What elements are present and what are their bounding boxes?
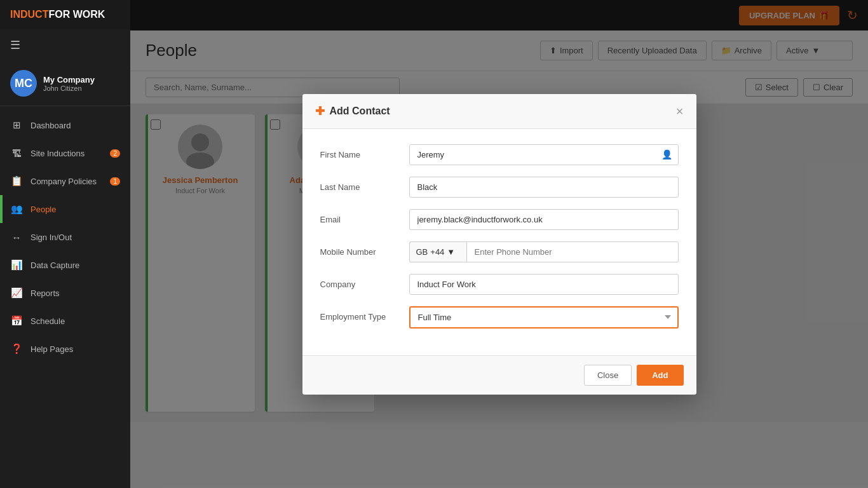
- phone-number-input[interactable]: [466, 241, 679, 262]
- mobile-row: Mobile Number GB +44 ▼: [320, 241, 679, 262]
- employment-row: Employment Type Full Time Part Time Cont…: [320, 306, 679, 329]
- site-inductions-icon: 🏗: [10, 147, 23, 159]
- sidebar-item-schedule[interactable]: 📅 Schedule: [0, 307, 130, 335]
- first-name-wrapper: 👤: [409, 144, 679, 165]
- sidebar-nav: ⊞ Dashboard 🏗 Site Inductions 2 📋 Compan…: [0, 106, 130, 488]
- reports-icon: 📈: [10, 287, 23, 299]
- mobile-label: Mobile Number: [320, 241, 409, 257]
- email-input[interactable]: [409, 209, 679, 230]
- active-indicator: [0, 195, 3, 223]
- menu-toggle[interactable]: ☰: [0, 29, 130, 61]
- dashboard-icon: ⊞: [10, 119, 23, 132]
- phone-prefix-dropdown[interactable]: GB +44 ▼: [409, 241, 466, 262]
- sidebar-item-label: Sign In/Out: [31, 233, 72, 242]
- employment-label: Employment Type: [320, 306, 409, 322]
- first-name-label: First Name: [320, 144, 409, 159]
- phone-country: GB: [416, 247, 428, 257]
- sidebar-item-dashboard[interactable]: ⊞ Dashboard: [0, 111, 130, 139]
- profile-company: My Company: [43, 75, 95, 85]
- email-row: Email: [320, 209, 679, 230]
- sidebar-item-label: Help Pages: [31, 344, 73, 354]
- sidebar-item-reports[interactable]: 📈 Reports: [0, 279, 130, 307]
- sidebar-item-label: Site Inductions: [31, 149, 85, 158]
- chevron-down-icon: ▼: [447, 247, 455, 257]
- sidebar-item-people[interactable]: 👥 People: [0, 195, 130, 223]
- logo: INDUCTFOR WORK: [0, 0, 130, 29]
- close-modal-button[interactable]: Close: [584, 365, 632, 386]
- phone-group: GB +44 ▼: [409, 241, 679, 262]
- main-content: UPGRADE PLAN 🎁 ↻ People ⬆ Import Recentl…: [130, 0, 868, 488]
- profile-info: My Company John Citizen: [43, 75, 95, 92]
- company-policies-icon: 📋: [10, 175, 23, 187]
- site-inductions-badge: 2: [110, 149, 120, 158]
- people-icon: 👥: [10, 203, 23, 215]
- schedule-icon: 📅: [10, 315, 23, 327]
- modal-overlay: ✚ Add Contact × First Name 👤 Last Name: [130, 0, 868, 488]
- sidebar-item-data-capture[interactable]: 📊 Data Capture: [0, 251, 130, 279]
- sidebar-item-label: Schedule: [31, 316, 65, 326]
- sign-in-out-icon: ↔: [10, 231, 23, 243]
- sidebar-item-help-pages[interactable]: ❓ Help Pages: [0, 335, 130, 363]
- sidebar-item-label: Company Policies: [31, 177, 97, 186]
- modal-body: First Name 👤 Last Name Email: [302, 129, 696, 355]
- logo-text: INDUCTFOR WORK: [10, 9, 105, 20]
- first-name-row: First Name 👤: [320, 144, 679, 165]
- contact-icon: 👤: [661, 149, 672, 159]
- company-row: Company: [320, 274, 679, 295]
- company-input[interactable]: [409, 274, 679, 295]
- modal-header: ✚ Add Contact ×: [302, 94, 696, 129]
- last-name-label: Last Name: [320, 177, 409, 192]
- plus-icon: ✚: [315, 104, 325, 118]
- sidebar-item-site-inductions[interactable]: 🏗 Site Inductions 2: [0, 139, 130, 167]
- modal-title: ✚ Add Contact: [315, 104, 390, 118]
- data-capture-icon: 📊: [10, 259, 23, 271]
- last-name-row: Last Name: [320, 177, 679, 198]
- help-icon: ❓: [10, 342, 23, 355]
- sidebar-item-sign-in-out[interactable]: ↔ Sign In/Out: [0, 223, 130, 251]
- email-label: Email: [320, 209, 409, 224]
- company-policies-badge: 1: [110, 177, 120, 186]
- company-label: Company: [320, 274, 409, 289]
- sidebar-item-label: People: [31, 205, 56, 214]
- add-contact-button[interactable]: Add: [637, 365, 683, 386]
- modal-close-button[interactable]: ×: [676, 105, 684, 118]
- last-name-input[interactable]: [409, 177, 679, 198]
- sidebar: INDUCTFOR WORK ☰ MC My Company John Citi…: [0, 0, 130, 488]
- sidebar-item-label: Dashboard: [31, 121, 71, 130]
- add-contact-modal: ✚ Add Contact × First Name 👤 Last Name: [302, 94, 696, 395]
- employment-select[interactable]: Full Time Part Time Contractor Volunteer: [409, 306, 679, 329]
- sidebar-item-label: Reports: [31, 288, 60, 298]
- avatar: MC: [10, 70, 37, 97]
- first-name-input[interactable]: [409, 144, 679, 165]
- phone-code: +44: [430, 247, 444, 257]
- sidebar-item-company-policies[interactable]: 📋 Company Policies 1: [0, 167, 130, 195]
- sidebar-profile: MC My Company John Citizen: [0, 61, 130, 106]
- sidebar-item-label: Data Capture: [31, 261, 79, 270]
- profile-user: John Citizen: [43, 85, 95, 92]
- modal-footer: Close Add: [302, 355, 696, 395]
